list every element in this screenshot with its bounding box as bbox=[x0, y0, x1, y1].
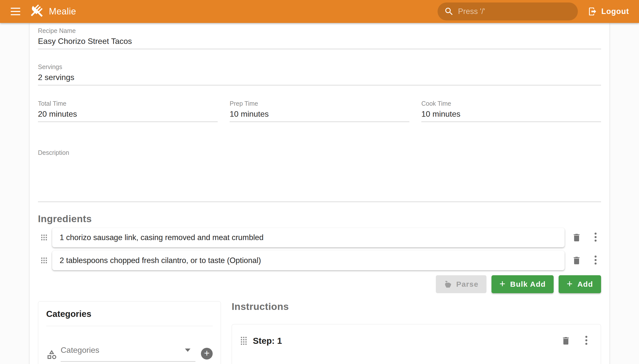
total-time-field[interactable]: Total Time 20 minutes bbox=[38, 100, 218, 122]
instructions-heading: Instructions bbox=[232, 301, 601, 312]
trash-icon bbox=[572, 232, 582, 242]
trash-icon bbox=[561, 336, 571, 346]
trash-icon bbox=[572, 256, 582, 266]
recipe-editor-card: Recipe Name Easy Chorizo Street Tacos Se… bbox=[30, 23, 609, 364]
search-icon bbox=[444, 6, 454, 16]
logout-icon bbox=[588, 7, 597, 16]
cook-time-field[interactable]: Cook Time 10 minutes bbox=[421, 100, 601, 122]
delete-ingredient-button[interactable] bbox=[571, 232, 582, 243]
drag-handle-icon[interactable] bbox=[241, 337, 247, 345]
servings-value[interactable]: 2 servings bbox=[38, 72, 601, 82]
recipe-name-field[interactable]: Recipe Name Easy Chorizo Street Tacos bbox=[38, 23, 601, 49]
categories-icon bbox=[46, 349, 57, 360]
categories-card-title: Categories bbox=[46, 309, 213, 319]
total-time-label: Total Time bbox=[38, 100, 218, 107]
delete-ingredient-button[interactable] bbox=[571, 255, 582, 266]
ingredient-input[interactable]: 1 chorizo sausage link, casing removed a… bbox=[52, 228, 565, 247]
ingredient-row: 1 chorizo sausage link, casing removed a… bbox=[38, 228, 601, 247]
parse-label: Parse bbox=[456, 280, 479, 288]
kebab-menu-icon bbox=[593, 255, 595, 266]
prep-time-field[interactable]: Prep Time 10 minutes bbox=[230, 100, 409, 122]
prep-time-value[interactable]: 10 minutes bbox=[230, 109, 409, 119]
app-title: Mealie bbox=[49, 6, 76, 17]
ingredients-heading: Ingredients bbox=[38, 214, 601, 224]
ingredient-row: 2 tablespoons chopped fresh cilantro, or… bbox=[38, 251, 601, 270]
recipe-name-label: Recipe Name bbox=[38, 27, 601, 34]
apple-icon bbox=[444, 280, 452, 288]
cook-time-label: Cook Time bbox=[421, 100, 601, 107]
step-title: Step: 1 bbox=[253, 336, 282, 346]
servings-field[interactable]: Servings 2 servings bbox=[38, 63, 601, 85]
description-field[interactable]: Description bbox=[38, 149, 601, 202]
logout-button[interactable]: Logout bbox=[588, 7, 629, 16]
search-input[interactable]: Press '/' bbox=[438, 2, 578, 20]
description-label: Description bbox=[38, 149, 601, 156]
drag-handle-icon[interactable] bbox=[41, 258, 47, 264]
plus-icon: + bbox=[500, 279, 506, 289]
logout-label: Logout bbox=[601, 7, 629, 16]
servings-label: Servings bbox=[38, 63, 601, 70]
kebab-menu-icon bbox=[584, 335, 586, 346]
recipe-name-value[interactable]: Easy Chorizo Street Tacos bbox=[38, 36, 601, 46]
add-label: Add bbox=[577, 280, 593, 288]
ingredient-menu-button[interactable] bbox=[590, 232, 599, 244]
bulk-add-label: Bulk Add bbox=[510, 280, 546, 288]
total-time-value[interactable]: 20 minutes bbox=[38, 109, 218, 119]
search-placeholder: Press '/' bbox=[458, 7, 485, 16]
plus-icon: + bbox=[567, 279, 573, 289]
step-card: Step: 1 Combine crumbled chorizo and chi… bbox=[232, 324, 601, 364]
categories-card: Categories Categories + bbox=[38, 301, 221, 364]
parse-button[interactable]: Parse bbox=[436, 275, 487, 293]
app-header: Mealie Press '/' Logout bbox=[0, 0, 639, 23]
instructions-section: Instructions Step: 1 Combine crumbled ch… bbox=[232, 301, 601, 364]
ingredient-input[interactable]: 2 tablespoons chopped fresh cilantro, or… bbox=[52, 251, 565, 270]
categories-select-label: Categories bbox=[61, 346, 99, 355]
kebab-menu-icon bbox=[593, 232, 595, 243]
step-text-input[interactable]: Combine crumbled chorizo and chipotle pe… bbox=[241, 362, 592, 364]
menu-icon[interactable] bbox=[9, 4, 23, 18]
app-logo-icon bbox=[28, 3, 45, 20]
add-category-button[interactable]: + bbox=[201, 348, 213, 360]
bulk-add-button[interactable]: + Bulk Add bbox=[492, 275, 554, 293]
chevron-down-icon[interactable] bbox=[185, 348, 190, 352]
prep-time-label: Prep Time bbox=[230, 100, 409, 107]
plus-icon: + bbox=[204, 348, 209, 358]
step-menu-button[interactable] bbox=[580, 335, 590, 347]
drag-handle-icon[interactable] bbox=[41, 234, 47, 240]
categories-select[interactable]: Categories bbox=[61, 346, 195, 362]
ingredient-menu-button[interactable] bbox=[590, 254, 599, 266]
cook-time-value[interactable]: 10 minutes bbox=[421, 109, 601, 119]
add-ingredient-button[interactable]: + Add bbox=[559, 275, 601, 293]
description-input[interactable] bbox=[38, 156, 601, 199]
delete-step-button[interactable] bbox=[560, 335, 571, 346]
